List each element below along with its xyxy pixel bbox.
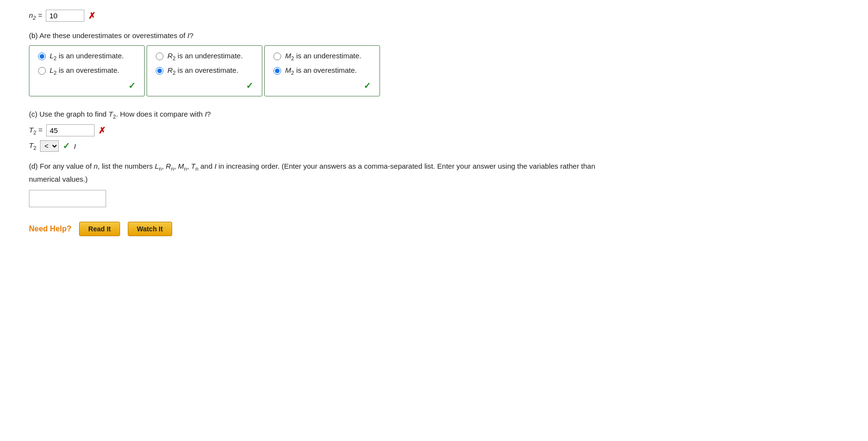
t2-wrong-icon: ✗ xyxy=(98,125,106,136)
r2-check-icon: ✓ xyxy=(246,81,253,91)
l2-overestimate-radio[interactable] xyxy=(38,67,46,75)
m2-underestimate-label: M2 is an underestimate. xyxy=(285,52,361,61)
m2-underestimate-radio[interactable] xyxy=(273,53,281,60)
r2-overestimate-option[interactable]: R2 is an overestimate. xyxy=(156,66,253,76)
r2-underestimate-option[interactable]: R2 is an underestimate. xyxy=(156,52,253,61)
read-it-button[interactable]: Read It xyxy=(79,222,120,236)
part-b-label: (b) Are these underestimates or overesti… xyxy=(29,31,839,40)
wrong-icon: ✗ xyxy=(88,11,95,21)
n2-label: n2 = xyxy=(29,11,42,21)
t2-compare-row: T2 < > = ✓ I xyxy=(29,140,839,152)
m2-radio-box: M2 is an underestimate. M2 is an overest… xyxy=(264,45,380,96)
n2-input[interactable] xyxy=(46,10,84,22)
t2-equals-label: T2 = xyxy=(29,126,42,135)
r2-underestimate-label: R2 is an underestimate. xyxy=(167,52,243,61)
l2-check-icon: ✓ xyxy=(128,81,136,91)
part-d-section: (d) For any value of n, list the numbers… xyxy=(29,160,839,207)
r2-radio-box: R2 is an underestimate. R2 is an overest… xyxy=(147,45,262,96)
compare-select[interactable]: < > = xyxy=(40,140,59,152)
m2-overestimate-radio[interactable] xyxy=(273,67,281,75)
r2-overestimate-radio[interactable] xyxy=(156,67,163,75)
l2-overestimate-option[interactable]: L2 is an overestimate. xyxy=(38,66,136,76)
r2-overestimate-label: R2 is an overestimate. xyxy=(167,66,238,76)
l2-radio-box: L2 is an underestimate. L2 is an overest… xyxy=(29,45,145,96)
m2-overestimate-label: M2 is an overestimate. xyxy=(285,66,357,76)
l2-underestimate-option[interactable]: L2 is an underestimate. xyxy=(38,52,136,61)
watch-it-button[interactable]: Watch It xyxy=(128,222,172,236)
compare-check-icon: ✓ xyxy=(63,141,70,151)
help-section: Need Help? Read It Watch It xyxy=(29,222,839,236)
part-c-label: (c) Use the graph to find T2. How does i… xyxy=(29,110,839,120)
r2-underestimate-radio[interactable] xyxy=(156,53,163,60)
t2-input-row: T2 = ✗ xyxy=(29,124,839,136)
need-help-label: Need Help? xyxy=(29,225,71,233)
part-d-answer-input[interactable] xyxy=(29,190,106,207)
l2-underestimate-radio[interactable] xyxy=(38,53,46,60)
t2-input[interactable] xyxy=(46,124,95,136)
l2-underestimate-label: L2 is an underestimate. xyxy=(50,52,124,61)
top-input-row: n2 = ✗ xyxy=(29,10,839,22)
i-label: I xyxy=(74,142,76,150)
m2-overestimate-option[interactable]: M2 is an overestimate. xyxy=(273,66,371,76)
t2-compare-label: T2 xyxy=(29,141,36,151)
part-c-section: (c) Use the graph to find T2. How does i… xyxy=(29,110,839,152)
part-d-label: (d) For any value of n, list the numbers… xyxy=(29,160,839,185)
m2-check-icon: ✓ xyxy=(364,81,371,91)
l2-overestimate-label: L2 is an overestimate. xyxy=(50,66,120,76)
m2-underestimate-option[interactable]: M2 is an underestimate. xyxy=(273,52,371,61)
